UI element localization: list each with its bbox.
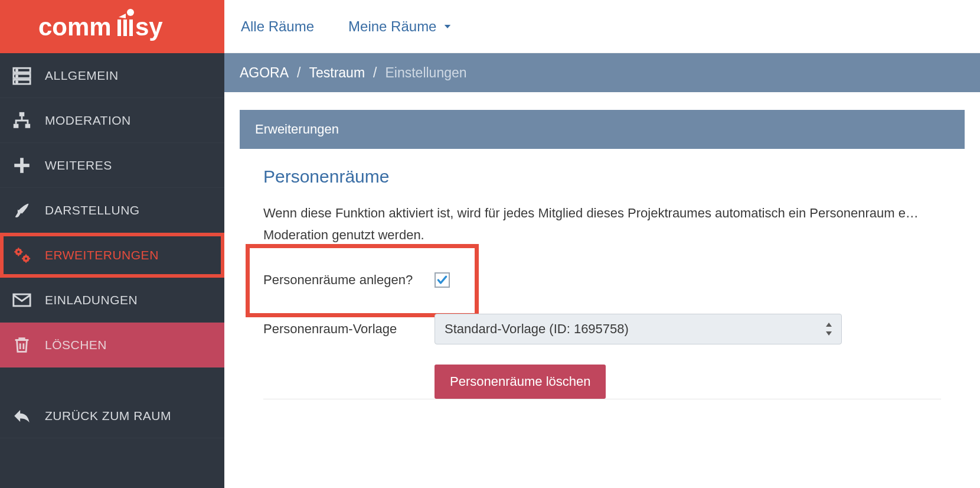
breadcrumb-root[interactable]: AGORA <box>240 65 289 81</box>
sidebar-footer-nav: ZURÜCK ZUM RAUM <box>0 393 224 438</box>
logo-bar: comm sy <box>0 0 224 53</box>
sidebar-item-back[interactable]: ZURÜCK ZUM RAUM <box>0 393 224 438</box>
plus-icon <box>12 155 32 175</box>
section-description: Wenn diese Funktion aktiviert ist, wird … <box>263 202 941 246</box>
sidebar-item-loeschen[interactable]: LÖSCHEN <box>0 323 224 367</box>
svg-text:comm: comm <box>38 13 112 41</box>
svg-point-20 <box>25 257 27 259</box>
svg-point-9 <box>16 69 17 70</box>
sidebar-item-allgemein[interactable]: ALLGEMEIN <box>0 53 224 98</box>
panel-header: Erweiterungen <box>240 110 965 149</box>
template-label: Personenraum-Vorlage <box>263 321 435 337</box>
cogs-icon <box>12 245 32 265</box>
sidebar-item-erweiterungen[interactable]: ERWEITERUNGEN <box>0 233 224 278</box>
panel-title: Erweiterungen <box>255 122 339 137</box>
sidebar-item-label: ALLGEMEIN <box>45 69 119 83</box>
breadcrumb-separator: / <box>373 65 377 81</box>
sidebar-nav: ALLGEMEIN MODERATION WEITERES DARSTELLUN… <box>0 53 224 367</box>
section-title: Personenräume <box>263 167 941 187</box>
create-rooms-label: Personenräume anlegen? <box>263 272 435 288</box>
template-select[interactable]: Standard-Vorlage (ID: 1695758) <box>435 314 842 344</box>
check-icon <box>436 274 448 286</box>
sidebar-item-label: MODERATION <box>45 113 131 128</box>
button-row: Personenräume löschen <box>263 365 941 399</box>
sidebar-item-moderation[interactable]: MODERATION <box>0 98 224 143</box>
sidebar-item-label: WEITERES <box>45 158 112 173</box>
panel-body: Personenräume Wenn diese Funktion aktivi… <box>240 149 965 399</box>
delete-rooms-button[interactable]: Personenräume löschen <box>435 365 606 399</box>
content-area: Erweiterungen Personenräume Wenn diese F… <box>224 92 980 488</box>
svg-point-18 <box>17 250 19 253</box>
svg-rect-16 <box>14 164 30 167</box>
breadcrumb-room[interactable]: Testraum <box>309 65 365 81</box>
top-nav: Alle Räume Meine Räume <box>224 0 980 53</box>
svg-rect-14 <box>25 123 31 128</box>
svg-point-11 <box>16 81 17 82</box>
svg-text:sy: sy <box>135 13 163 41</box>
nav-my-rooms[interactable]: Meine Räume <box>348 18 453 35</box>
breadcrumb: AGORA / Testraum / Einstellungen <box>224 53 980 92</box>
updown-icon <box>825 323 833 336</box>
breadcrumb-separator: / <box>297 65 300 81</box>
sidebar-item-einladungen[interactable]: EINLADUNGEN <box>0 278 224 323</box>
svg-rect-4 <box>129 19 133 36</box>
sidebar-item-label: EINLADUNGEN <box>45 293 138 307</box>
main: Alle Räume Meine Räume AGORA / Testraum … <box>224 0 980 488</box>
sitemap-icon <box>12 110 32 131</box>
form-row-template: Personenraum-Vorlage Standard-Vorlage (I… <box>263 314 941 344</box>
breadcrumb-page: Einstellungen <box>385 65 466 81</box>
server-icon <box>12 66 32 86</box>
nav-my-rooms-label: Meine Räume <box>348 18 436 35</box>
sidebar-item-darstellung[interactable]: DARSTELLUNG <box>0 188 224 233</box>
sidebar-item-label: ZURÜCK ZUM RAUM <box>45 409 171 423</box>
nav-all-rooms[interactable]: Alle Räume <box>241 18 314 35</box>
brush-icon <box>12 200 32 220</box>
sidebar-item-weiteres[interactable]: WEITERES <box>0 143 224 188</box>
form-row-create: Personenräume anlegen? <box>263 272 941 288</box>
sidebar-item-label: LÖSCHEN <box>45 338 107 352</box>
reply-icon <box>12 406 32 426</box>
svg-rect-3 <box>123 19 127 36</box>
envelope-icon <box>12 290 32 310</box>
sidebar-item-label: DARSTELLUNG <box>45 203 140 217</box>
sidebar: comm sy ALLGEMEIN MODERATION <box>0 0 224 488</box>
template-select-value: Standard-Vorlage (ID: 1695758) <box>445 321 629 337</box>
svg-rect-12 <box>19 112 25 116</box>
trash-icon <box>12 335 32 355</box>
create-rooms-checkbox[interactable] <box>435 272 450 288</box>
svg-point-10 <box>16 75 17 76</box>
chevron-down-icon <box>442 21 453 32</box>
svg-rect-2 <box>117 19 121 36</box>
svg-point-5 <box>127 9 134 16</box>
svg-rect-13 <box>14 123 18 128</box>
commsy-logo: comm sy <box>38 9 186 44</box>
sidebar-item-label: ERWEITERUNGEN <box>45 248 159 262</box>
